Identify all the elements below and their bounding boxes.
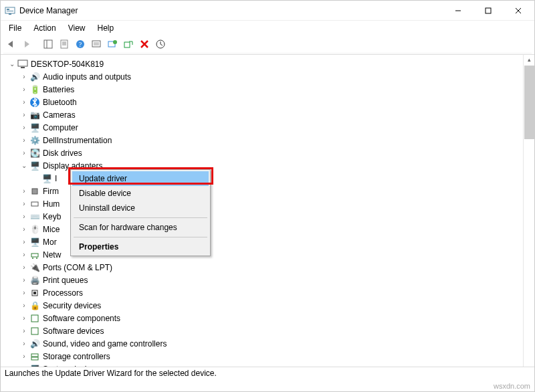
expand-icon[interactable]: › [19,98,29,106]
expand-icon[interactable]: › [19,302,29,309]
expand-icon[interactable]: › [19,200,29,207]
context-menu-disable-device[interactable]: Disable device [72,186,209,201]
maximize-button[interactable] [473,1,503,20]
software-icon [29,326,41,336]
svg-rect-33 [33,292,36,294]
menu-help[interactable]: Help [92,22,120,34]
window-title: Device Manager [19,6,443,15]
tree-node-software-components[interactable]: › Software components [7,312,533,324]
svg-text:?: ? [79,41,82,48]
separator [74,237,207,237]
tree-node-security[interactable]: › 🔒 Security devices [7,299,533,312]
disk-icon: 💽 [29,148,41,159]
computer-icon [17,59,29,70]
window-controls [443,1,533,20]
svg-rect-0 [5,7,15,13]
menu-action[interactable]: Action [28,22,61,34]
context-menu-scan-hardware[interactable]: Scan for hardware changes [72,220,209,235]
svg-rect-8 [44,40,52,48]
expand-icon[interactable]: › [19,238,29,246]
menubar: File Action View Help [1,21,534,35]
minimize-button[interactable] [443,1,473,20]
tree-node-print-queues[interactable]: › 🖨️ Print queues [7,274,533,286]
enable-device-icon[interactable] [153,37,168,52]
expand-icon[interactable]: › [19,136,29,144]
tree-node-sound-video-game[interactable]: › 🔊 Sound, video and game controllers [7,337,533,350]
update-driver-icon[interactable] [105,37,120,52]
expand-icon[interactable]: › [19,289,29,296]
scroll-up-icon[interactable]: ▴ [528,55,531,64]
expand-icon[interactable]: › [19,213,29,220]
expand-icon[interactable]: › [19,111,29,118]
tree-node-storage-controllers[interactable]: › Storage controllers [7,350,533,363]
svg-rect-25 [21,67,25,68]
tree-node-bluetooth[interactable]: › Bluetooth [7,96,533,108]
disable-device-icon[interactable] [137,37,152,52]
monitor-icon: 🖥️ [29,237,41,248]
tree-root[interactable]: ⌄ DESKTOP-504K819 [7,58,533,70]
forward-button[interactable] [19,37,34,52]
collapse-icon[interactable]: ⌄ [7,60,17,68]
expand-icon[interactable]: › [19,264,29,271]
expand-icon[interactable]: › [19,86,29,93]
svg-rect-37 [31,357,38,360]
properties-icon[interactable] [57,37,72,52]
show-hide-console-tree-icon[interactable] [41,37,56,52]
watermark: wsxdn.com [494,382,530,390]
expand-icon[interactable]: › [19,149,29,157]
lock-icon: 🔒 [29,300,41,311]
display-icon: 🖥️ [41,173,53,184]
menu-file[interactable]: File [3,22,27,34]
svg-rect-20 [124,42,130,47]
svg-point-31 [36,258,37,259]
tree-node-audio[interactable]: › 🔊 Audio inputs and outputs [7,70,533,83]
scan-hardware-icon[interactable] [89,37,104,52]
component-icon [29,313,41,324]
expand-icon[interactable]: › [19,276,29,284]
titlebar: Device Manager [1,1,534,21]
back-button[interactable] [3,37,18,52]
expand-icon[interactable]: › [19,314,29,322]
context-menu-uninstall-device[interactable]: Uninstall device [72,201,209,215]
gear-icon: ⚙️ [29,135,41,146]
help-icon[interactable]: ? [73,37,88,52]
bluetooth-icon [29,97,41,108]
camera-icon: 📷 [29,110,41,120]
expand-icon[interactable]: › [19,187,29,195]
expand-icon[interactable]: › [19,251,29,258]
expand-icon[interactable]: › [19,353,29,360]
uninstall-device-icon[interactable] [121,37,136,52]
tree-root-label: DESKTOP-504K819 [30,60,104,69]
tree-node-software-devices[interactable]: › Software devices [7,324,533,337]
tree-node-computer[interactable]: › 🖥️ Computer [7,121,533,134]
tree-node-ports[interactable]: › 🔌 Ports (COM & LPT) [7,261,533,274]
printer-icon: 🖨️ [29,275,41,286]
svg-point-19 [113,40,117,44]
context-menu-update-driver[interactable]: Update driver [72,171,209,186]
svg-rect-3 [9,13,11,15]
device-tree[interactable]: ⌄ DESKTOP-504K819 › 🔊 Audio inputs and o… [1,55,534,378]
scrollbar[interactable]: ▴ ▾ [523,55,534,378]
expand-icon[interactable]: › [19,124,29,131]
display-icon: 🖥️ [29,161,41,171]
svg-rect-36 [31,354,38,357]
close-button[interactable] [503,1,533,20]
tree-node-batteries[interactable]: › 🔋 Batteries [7,83,533,96]
tree-node-cameras[interactable]: › 📷 Cameras [7,108,533,121]
cpu-icon [29,288,41,298]
expand-icon[interactable]: › [19,327,29,334]
tree-node-processors[interactable]: › Processors [7,286,533,299]
battery-icon: 🔋 [29,84,41,95]
svg-rect-28 [31,202,38,206]
menu-view[interactable]: View [63,22,91,34]
expand-icon[interactable]: › [19,73,29,80]
svg-rect-34 [31,315,38,322]
svg-point-30 [32,258,33,259]
tree-node-dellinstrumentation[interactable]: › ⚙️ DellInstrumentation [7,134,533,146]
collapse-icon[interactable]: ⌄ [19,162,29,169]
expand-icon[interactable]: › [19,225,29,233]
expand-icon[interactable]: › [19,340,29,347]
scroll-thumb[interactable] [524,66,534,139]
context-menu-properties[interactable]: Properties [72,239,209,254]
tree-node-disk-drives[interactable]: › 💽 Disk drives [7,146,533,159]
